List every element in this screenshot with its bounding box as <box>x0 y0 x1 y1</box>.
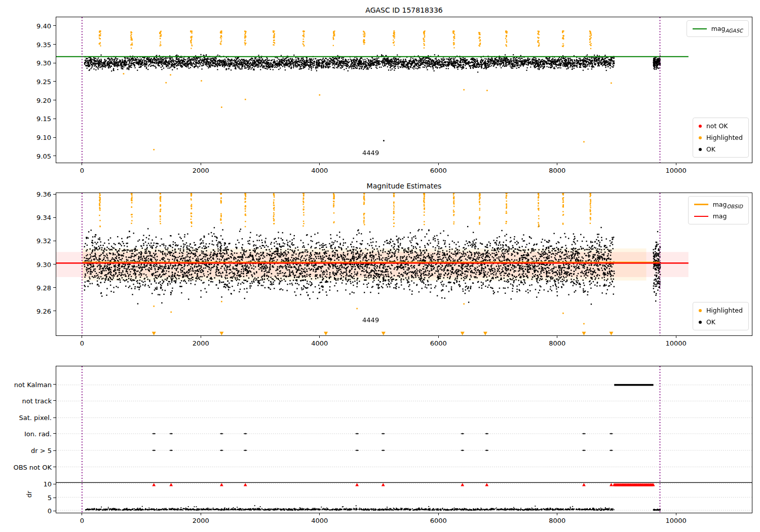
legend-item-mag: mag <box>694 212 743 220</box>
legend-label-ok: OK <box>706 318 715 326</box>
y-tick-mark <box>53 241 56 241</box>
x-tick-mark <box>676 336 676 338</box>
plot3-dr-tick-label: 5 <box>1 494 52 502</box>
legend-label-highlighted: Highlighted <box>706 134 743 141</box>
y-tick-mark <box>53 25 56 26</box>
x-tick-mark <box>319 336 320 338</box>
legend-item-highlighted: Highlighted <box>699 133 743 142</box>
x-tick-label: 2000 <box>193 517 209 524</box>
y-tick-label: 9.32 <box>6 237 51 245</box>
plot2-line-legend: magOBSID mag <box>688 196 749 224</box>
y-tick-label: 9.28 <box>6 284 51 291</box>
y-tick-mark <box>53 450 56 451</box>
plot2-annotation: 4449 <box>362 316 379 324</box>
y-tick-mark <box>53 44 56 45</box>
plot2-title: Magnitude Estimates <box>56 182 752 190</box>
x-tick-mark <box>82 163 82 165</box>
plot1-canvas <box>56 17 752 163</box>
y-tick-mark <box>53 311 56 311</box>
y-tick-label: 9.35 <box>6 41 51 48</box>
x-tick-mark <box>557 163 557 165</box>
x-tick-label: 10000 <box>665 339 686 347</box>
legend-label-mag-obsid: magOBSID <box>713 201 743 208</box>
highlighted-dot-icon <box>699 136 702 139</box>
x-tick-mark <box>557 513 557 515</box>
plot3-dr-tick-label: 10 <box>1 480 52 488</box>
legend-item-ok: OK <box>699 145 743 154</box>
y-tick-mark <box>53 119 56 119</box>
x-tick-mark <box>438 513 439 515</box>
plot3-category-label: Sat. pixel. <box>1 414 52 422</box>
legend-item-mag-obsid: magOBSID <box>694 200 743 209</box>
x-tick-mark <box>319 163 320 165</box>
y-tick-mark <box>53 400 56 401</box>
mag-line-swatch <box>694 216 708 217</box>
legend-item-highlighted: Highlighted <box>699 306 743 315</box>
x-tick-label: 4000 <box>311 339 328 347</box>
x-tick-label: 6000 <box>430 167 447 174</box>
y-tick-label: 9.36 <box>6 191 51 198</box>
y-tick-label: 9.26 <box>6 307 51 315</box>
legend-label-not-ok: not OK <box>706 122 728 130</box>
mag-obsid-line-swatch <box>694 204 708 205</box>
plot3-axes <box>56 366 752 513</box>
x-tick-mark <box>201 513 201 515</box>
plot3-category-label: Ion. rad. <box>1 430 52 437</box>
plot1-annotation: 4449 <box>362 149 379 157</box>
y-tick-mark <box>53 81 56 82</box>
y-tick-label: 9.34 <box>6 214 51 221</box>
x-tick-label: 0 <box>80 167 84 174</box>
x-tick-label: 8000 <box>549 517 565 524</box>
plot3-category-label: OBS not OK <box>1 463 52 471</box>
y-tick-mark <box>53 498 56 498</box>
legend-label-ok: OK <box>706 145 715 153</box>
x-tick-label: 10000 <box>665 167 686 174</box>
y-tick-label: 9.05 <box>6 152 51 160</box>
plot3-canvas <box>56 366 752 513</box>
legend-item-not-ok: not OK <box>699 122 743 130</box>
x-tick-label: 2000 <box>193 339 209 347</box>
x-tick-mark <box>319 513 320 515</box>
x-tick-label: 8000 <box>549 339 565 347</box>
y-tick-label: 9.15 <box>6 115 51 123</box>
x-tick-mark <box>82 513 82 515</box>
plot1-line-legend: magAGASC <box>687 20 749 37</box>
x-tick-mark <box>201 336 201 338</box>
y-tick-mark <box>53 194 56 195</box>
x-tick-mark <box>438 163 439 165</box>
plot3-category-label: not track <box>1 397 52 404</box>
y-tick-mark <box>53 287 56 288</box>
plot3-category-label: dr > 5 <box>1 447 52 454</box>
mag-agasc-line-swatch <box>693 28 707 29</box>
x-tick-label: 0 <box>80 517 84 524</box>
y-tick-mark <box>53 156 56 156</box>
y-tick-mark <box>53 484 56 484</box>
y-tick-mark <box>53 433 56 434</box>
y-tick-label: 9.10 <box>6 134 51 141</box>
y-tick-mark <box>53 137 56 138</box>
y-tick-mark <box>53 63 56 63</box>
highlighted-dot-icon <box>699 309 702 312</box>
legend-label-highlighted: Highlighted <box>706 307 743 314</box>
y-tick-mark <box>53 100 56 100</box>
x-tick-label: 4000 <box>311 167 328 174</box>
y-tick-mark <box>53 467 56 467</box>
y-tick-mark <box>53 417 56 418</box>
x-tick-label: 10000 <box>665 517 686 524</box>
x-tick-mark <box>201 163 201 165</box>
y-tick-mark <box>53 384 56 385</box>
x-tick-mark <box>676 163 676 165</box>
x-tick-mark <box>438 336 439 338</box>
x-tick-mark <box>557 336 557 338</box>
plot2-canvas <box>56 193 752 335</box>
plot2-marker-legend: Highlighted OK <box>693 302 749 330</box>
y-tick-mark <box>53 511 56 511</box>
x-tick-label: 6000 <box>430 517 447 524</box>
plot3-dr-tick-label: 0 <box>1 507 52 515</box>
plot1-axes: magAGASC not OK Highlighted OK 4449 <box>56 17 752 163</box>
x-tick-label: 6000 <box>430 339 447 347</box>
ok-dot-icon <box>699 148 702 151</box>
y-tick-label: 9.30 <box>6 260 51 268</box>
plot1-title: AGASC ID 157818336 <box>56 6 752 14</box>
y-tick-mark <box>53 217 56 218</box>
